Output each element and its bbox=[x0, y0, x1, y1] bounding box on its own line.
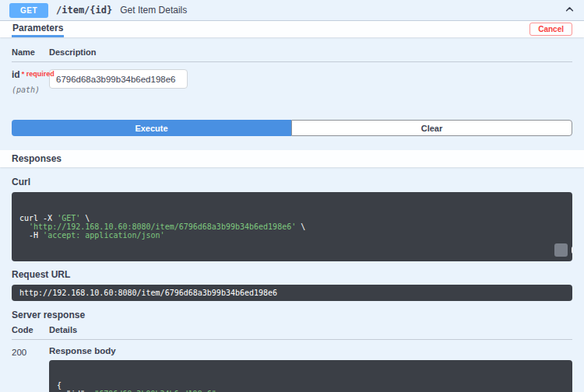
request-url-label: Request URL bbox=[12, 269, 572, 280]
endpoint-path: /item/{id} bbox=[56, 5, 112, 16]
parameter-name: id bbox=[12, 69, 20, 80]
copy-icon bbox=[543, 233, 572, 261]
column-code-header: Code bbox=[12, 325, 49, 334]
parameter-name-cell: id* required (path) bbox=[12, 69, 49, 94]
clear-button[interactable]: Clear bbox=[291, 120, 572, 136]
response-details-cell: Response body { "id": "6796d68a3b99b34b6… bbox=[49, 346, 572, 392]
curl-code-block: curl -X 'GET' \ 'http://192.168.10.60:80… bbox=[12, 192, 572, 261]
server-response-table-header: Code Details bbox=[12, 325, 572, 340]
curl-label: Curl bbox=[12, 177, 572, 187]
execute-button[interactable]: Execute bbox=[12, 120, 291, 136]
column-name-header: Name bbox=[12, 47, 49, 57]
execute-button-group: Execute Clear bbox=[12, 120, 572, 136]
collapse-button[interactable] bbox=[565, 4, 575, 16]
endpoint-summary: Get Item Details bbox=[120, 5, 187, 16]
parameter-id-input[interactable] bbox=[49, 69, 188, 89]
http-method-badge: GET bbox=[9, 3, 48, 18]
cancel-button[interactable]: Cancel bbox=[529, 23, 572, 36]
api-operation-block: GET /item/{id} Get Item Details Paramete… bbox=[0, 0, 584, 392]
responses-title: Responses bbox=[12, 153, 62, 164]
copy-curl-button[interactable] bbox=[554, 243, 568, 257]
server-response-row: 200 Response body { "id": "6796d68a3b99b… bbox=[12, 340, 572, 392]
response-body-block: { "id": "6796d68a3b99b34b6ed198e6", "nam… bbox=[49, 360, 572, 392]
parameters-section-header: Parameters Cancel bbox=[0, 21, 584, 37]
response-body-label: Response body bbox=[49, 346, 572, 355]
column-details-header: Details bbox=[49, 325, 572, 334]
request-url-block: http://192.168.10.60:8080/item/6796d68a3… bbox=[12, 285, 572, 301]
responses-section-header: Responses bbox=[0, 150, 584, 167]
parameters-section: Name Description id* required (path) Exe… bbox=[0, 37, 584, 136]
parameter-value-cell bbox=[49, 69, 572, 89]
chevron-up-icon bbox=[565, 4, 575, 16]
server-response-label: Server response bbox=[12, 310, 572, 320]
operation-summary-bar[interactable]: GET /item/{id} Get Item Details bbox=[0, 0, 584, 21]
parameters-table-header: Name Description bbox=[12, 47, 572, 62]
tab-parameters[interactable]: Parameters bbox=[12, 21, 64, 37]
parameter-location: (path) bbox=[12, 86, 49, 94]
column-description-header: Description bbox=[49, 47, 572, 57]
parameter-row-id: id* required (path) bbox=[12, 62, 572, 94]
required-flag: * required bbox=[22, 70, 55, 78]
responses-section: Curl curl -X 'GET' \ 'http://192.168.10.… bbox=[0, 167, 584, 392]
response-status-code: 200 bbox=[12, 346, 49, 357]
